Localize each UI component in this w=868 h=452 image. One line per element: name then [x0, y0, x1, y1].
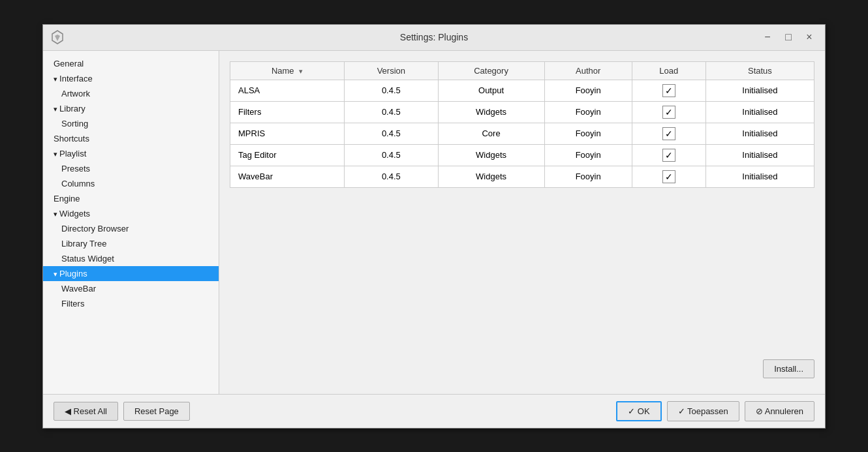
close-button[interactable]: × [800, 28, 818, 46]
sidebar-item-shortcuts[interactable]: Shortcuts [43, 131, 219, 146]
cell-category-1: Widgets [438, 101, 544, 123]
cell-version-2: 0.4.5 [345, 123, 438, 144]
cell-status-1: Initialised [705, 101, 814, 123]
sidebar: GeneralInterfaceArtworkLibrarySortingSho… [43, 51, 219, 394]
sidebar-item-library[interactable]: Library [43, 101, 219, 116]
col-status[interactable]: Status [705, 61, 814, 80]
cell-status-3: Initialised [705, 144, 814, 166]
cell-load-2[interactable]: ✓ [632, 123, 705, 144]
cell-author-0: Fooyin [544, 80, 632, 101]
annuleren-button[interactable]: ⊘ Annuleren [745, 401, 814, 421]
cell-author-4: Fooyin [544, 166, 632, 187]
bottom-right-buttons: ✓ OK ✓ Toepassen ⊘ Annuleren [616, 401, 814, 421]
cell-load-1[interactable]: ✓ [632, 101, 705, 123]
sidebar-item-plugins[interactable]: Plugins [43, 266, 219, 281]
sidebar-item-directory-browser[interactable]: Directory Browser [43, 221, 219, 236]
sidebar-item-engine[interactable]: Engine [43, 191, 219, 206]
sidebar-item-sorting[interactable]: Sorting [43, 116, 219, 131]
table-row[interactable]: MPRIS0.4.5CoreFooyin✓Initialised [230, 123, 814, 144]
cell-status-4: Initialised [705, 166, 814, 187]
window-title: Settings: Plugins [400, 32, 468, 42]
cell-status-0: Initialised [705, 80, 814, 101]
cell-version-3: 0.4.5 [345, 144, 438, 166]
cell-version-4: 0.4.5 [345, 166, 438, 187]
bottom-bar: ◀ Reset All Reset Page ✓ OK ✓ Toepassen … [43, 394, 825, 428]
table-row[interactable]: Tag Editor0.4.5WidgetsFooyin✓Initialised [230, 144, 814, 166]
cell-category-3: Widgets [438, 144, 544, 166]
sidebar-item-presets[interactable]: Presets [43, 161, 219, 176]
sidebar-item-wavebar[interactable]: WaveBar [43, 281, 219, 296]
cell-load-0[interactable]: ✓ [632, 80, 705, 101]
load-checkbox-4[interactable]: ✓ [662, 170, 675, 183]
sidebar-item-interface[interactable]: Interface [43, 71, 219, 86]
col-category[interactable]: Category [438, 61, 544, 80]
table-row[interactable]: WaveBar0.4.5WidgetsFooyin✓Initialised [230, 166, 814, 187]
cell-category-4: Widgets [438, 166, 544, 187]
cell-category-0: Output [438, 80, 544, 101]
install-button[interactable]: Install... [763, 359, 814, 378]
reset-page-button[interactable]: Reset Page [123, 402, 190, 421]
load-checkbox-2[interactable]: ✓ [662, 127, 675, 140]
cell-version-1: 0.4.5 [345, 101, 438, 123]
cell-status-2: Initialised [705, 123, 814, 144]
content-area: GeneralInterfaceArtworkLibrarySortingSho… [43, 51, 825, 394]
titlebar: Settings: Plugins − □ × [43, 25, 825, 51]
reset-all-button[interactable]: ◀ Reset All [54, 402, 118, 421]
cell-category-2: Core [438, 123, 544, 144]
sidebar-item-columns[interactable]: Columns [43, 176, 219, 191]
load-checkbox-3[interactable]: ✓ [662, 149, 675, 162]
cell-author-3: Fooyin [544, 144, 632, 166]
table-row[interactable]: Filters0.4.5WidgetsFooyin✓Initialised [230, 101, 814, 123]
window-controls: − □ × [758, 28, 818, 46]
install-row: Install... [230, 354, 814, 384]
toepassen-button[interactable]: ✓ Toepassen [667, 401, 739, 421]
main-window: Settings: Plugins − □ × GeneralInterface… [42, 24, 826, 429]
col-version[interactable]: Version [345, 61, 438, 80]
col-name[interactable]: Name ▾ [230, 61, 345, 80]
app-logo [50, 29, 65, 45]
cell-name-1: Filters [230, 101, 345, 123]
maximize-button[interactable]: □ [779, 28, 798, 46]
sidebar-item-artwork[interactable]: Artwork [43, 86, 219, 101]
ok-button[interactable]: ✓ OK [616, 401, 661, 421]
cell-version-0: 0.4.5 [345, 80, 438, 101]
cell-author-2: Fooyin [544, 123, 632, 144]
cell-name-0: ALSA [230, 80, 345, 101]
sidebar-item-filters[interactable]: Filters [43, 296, 219, 311]
load-checkbox-1[interactable]: ✓ [662, 106, 675, 119]
sidebar-item-general[interactable]: General [43, 56, 219, 71]
plugins-table: Name ▾ Version Category Author Load Stat… [230, 61, 814, 188]
cell-load-3[interactable]: ✓ [632, 144, 705, 166]
sidebar-item-status-widget[interactable]: Status Widget [43, 251, 219, 266]
load-checkbox-0[interactable]: ✓ [662, 84, 675, 97]
col-load[interactable]: Load [632, 61, 705, 80]
col-author[interactable]: Author [544, 61, 632, 80]
sidebar-item-playlist[interactable]: Playlist [43, 146, 219, 161]
sidebar-item-library-tree[interactable]: Library Tree [43, 236, 219, 251]
cell-name-3: Tag Editor [230, 144, 345, 166]
cell-author-1: Fooyin [544, 101, 632, 123]
cell-name-2: MPRIS [230, 123, 345, 144]
cell-load-4[interactable]: ✓ [632, 166, 705, 187]
plugins-table-container: Name ▾ Version Category Author Load Stat… [230, 61, 814, 354]
sidebar-item-widgets[interactable]: Widgets [43, 206, 219, 221]
main-panel: Name ▾ Version Category Author Load Stat… [219, 51, 825, 394]
table-row[interactable]: ALSA0.4.5OutputFooyin✓Initialised [230, 80, 814, 101]
minimize-button[interactable]: − [758, 28, 777, 46]
sort-arrow-icon: ▾ [299, 67, 303, 75]
bottom-left-buttons: ◀ Reset All Reset Page [54, 402, 190, 421]
cell-name-4: WaveBar [230, 166, 345, 187]
